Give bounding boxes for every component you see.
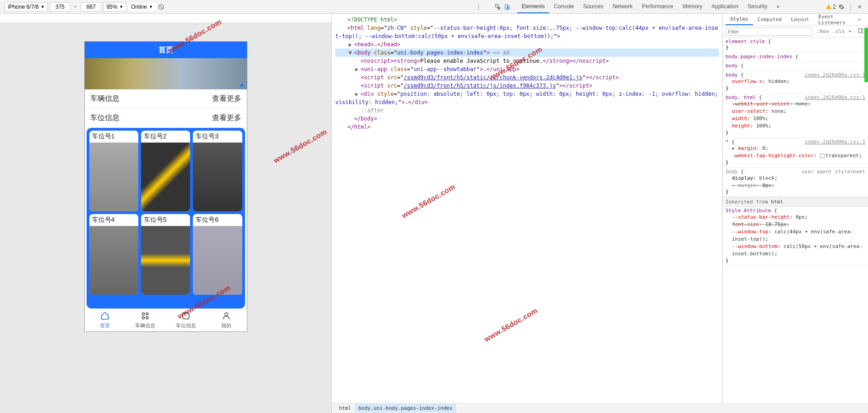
more-icon[interactable]: ⋮: [475, 3, 482, 11]
elements-line[interactable]: ::after: [335, 106, 719, 115]
card-image: [89, 143, 138, 211]
svg-rect-13: [859, 29, 863, 33]
devtools-more-icon[interactable]: ⋮: [847, 3, 854, 11]
tab-icon: [222, 311, 231, 321]
elements-line[interactable]: <script src="/ssmd9cd3/front/h5/static/j…: [335, 82, 719, 90]
styles-tab-layout[interactable]: Layout: [786, 14, 814, 25]
app-banner[interactable]: [85, 58, 247, 89]
tab-item[interactable]: 我的: [206, 309, 247, 331]
device-width-input[interactable]: [49, 2, 70, 11]
css-rule[interactable]: body {index.2d26d90a.css:1overflow-x: hi…: [723, 71, 868, 94]
device-mode-icon[interactable]: [503, 3, 511, 11]
card-image: [89, 226, 138, 295]
tab-item[interactable]: 首页: [85, 309, 126, 331]
devtools-tab-overflow-icon[interactable]: »: [772, 0, 784, 13]
inspect-icon[interactable]: [494, 3, 502, 11]
elements-line[interactable]: </html>: [335, 123, 719, 131]
device-height-input[interactable]: [81, 2, 101, 11]
styles-filter-input[interactable]: [726, 28, 812, 36]
toggle-sidebar-icon[interactable]: [856, 27, 865, 36]
parking-card[interactable]: 车位号4: [89, 214, 138, 295]
styles-tool[interactable]: .cls: [831, 28, 847, 35]
elements-line[interactable]: <!DOCTYPE html>: [335, 16, 719, 24]
devtools-tab-network[interactable]: Network: [608, 0, 637, 13]
elements-line[interactable]: <script src="/ssmd9cd3/front/h5/static/j…: [335, 73, 719, 82]
dimension-separator: ×: [74, 4, 77, 10]
section-title: 车位信息: [90, 113, 120, 123]
devtools-tab-memory[interactable]: Memory: [678, 0, 707, 13]
tab-item[interactable]: 车位信息: [166, 309, 207, 331]
devtools-tab-sources[interactable]: Sources: [579, 0, 608, 13]
app-header: 首页: [85, 42, 247, 58]
card-title: 车位号4: [89, 214, 138, 226]
tab-icon: [100, 311, 109, 321]
css-rule[interactable]: body, html {index.2d26d90a.css:1-webkit-…: [723, 94, 868, 138]
elements-line[interactable]: <html lang="zh-CN" style="--status-bar-h…: [335, 24, 719, 40]
section-row[interactable]: 车辆信息查看更多: [85, 89, 247, 109]
section-title: 车辆信息: [90, 94, 120, 104]
css-rule[interactable]: body {</span></div><div class="props"><d…: [723, 62, 868, 71]
devtools-tab-console[interactable]: Console: [549, 0, 579, 13]
close-devtools-icon[interactable]: ✕: [856, 3, 863, 11]
svg-point-6: [146, 313, 148, 315]
settings-gear-icon[interactable]: [838, 3, 845, 11]
css-rule[interactable]: element.style {}: [723, 38, 868, 53]
elements-line[interactable]: </body>: [335, 115, 719, 123]
elements-line[interactable]: <noscript><strong>Please enable JavaScri…: [335, 57, 719, 65]
parking-card[interactable]: 车位号2: [141, 131, 190, 211]
styles-body[interactable]: element.style {}body.pages-index-index {…: [723, 38, 868, 403]
card-image: [141, 226, 190, 295]
svg-rect-9: [183, 313, 189, 319]
card-title: 车位号2: [141, 131, 190, 143]
elements-line[interactable]: ▶<head>…</head>: [335, 40, 719, 49]
parking-card[interactable]: 车位号1: [89, 131, 138, 211]
section-more[interactable]: 查看更多: [212, 94, 241, 104]
elements-line[interactable]: ▼<body class="uni-body pages-index-index…: [335, 49, 719, 57]
zoom-selector[interactable]: 95% ▼: [103, 2, 126, 11]
card-image: [141, 143, 190, 211]
css-rule[interactable]: Style Attribute {--status-bar-height: 0p…: [723, 207, 868, 266]
tab-label: 首页: [100, 322, 110, 329]
tab-item[interactable]: 车辆信息: [125, 309, 166, 331]
device-toolbar: iPhone 6/7/8 ▼ × 95% ▼ Online ▼ ⋮ Elemen…: [0, 0, 868, 14]
elements-line[interactable]: ▶<uni-app class="uni-app--showtabbar">…<…: [335, 65, 719, 73]
tab-bar: 首页车辆信息车位信息我的: [85, 308, 247, 331]
styles-tabs: StylesComputedLayoutEvent Listeners»: [723, 14, 868, 26]
styles-tab-styles[interactable]: Styles: [726, 14, 753, 25]
styles-tab-overflow-icon[interactable]: »: [853, 14, 865, 25]
elements-line[interactable]: ▶<div style="position: absolute; left: 0…: [335, 90, 719, 106]
devtools-tab-security[interactable]: Security: [743, 0, 772, 13]
devtools-tab-application[interactable]: Application: [707, 0, 743, 13]
css-rule[interactable]: * {index.2d26d90a.css:1▸ margin: 0;-webk…: [723, 138, 868, 168]
breadcrumb-item[interactable]: body.uni-body.pages-index-index: [355, 404, 456, 413]
elements-breadcrumb[interactable]: htmlbody.uni-body.pages-index-index: [332, 403, 868, 413]
styles-tool[interactable]: :hov: [815, 28, 831, 35]
breadcrumb-item[interactable]: html: [335, 404, 355, 413]
parking-card[interactable]: 车位号6: [193, 214, 242, 295]
ruler: [0, 14, 331, 23]
scroll-indicator: [864, 28, 868, 83]
styles-tab-computed[interactable]: Computed: [753, 14, 786, 25]
elements-tree[interactable]: <!DOCTYPE html> <html lang="zh-CN" style…: [332, 14, 722, 403]
styles-tool[interactable]: +: [846, 28, 853, 35]
css-rule[interactable]: body.pages-index-index {</span></div><di…: [723, 53, 868, 62]
tab-label: 车位信息: [176, 322, 196, 329]
devtools-panel: <!DOCTYPE html> <html lang="zh-CN" style…: [332, 14, 868, 413]
svg-line-1: [159, 5, 163, 9]
section-more[interactable]: 查看更多: [212, 113, 241, 123]
devtools-tab-elements[interactable]: Elements: [517, 0, 549, 13]
parking-card[interactable]: 车位号3: [193, 131, 242, 211]
parking-card[interactable]: 车位号5: [141, 214, 190, 295]
devtools-tab-performance[interactable]: Performance: [637, 0, 678, 13]
device-panel: 首页 车辆信息查看更多车位信息查看更多 车位号1车位号2车位号3车位号4车位号5…: [0, 14, 332, 413]
svg-point-7: [142, 317, 145, 319]
throttle-selector[interactable]: Online ▼: [128, 3, 156, 11]
device-selector[interactable]: iPhone 6/7/8 ▼: [5, 2, 48, 11]
section-row[interactable]: 车位信息查看更多: [85, 109, 247, 128]
css-rule[interactable]: body {user agent stylesheetdisplay: bloc…: [723, 168, 868, 198]
styles-panel: StylesComputedLayoutEvent Listeners» :ho…: [722, 14, 868, 403]
rotate-icon[interactable]: [158, 3, 165, 11]
card-title: 车位号1: [89, 131, 138, 143]
card-title: 车位号3: [193, 131, 242, 143]
warning-badge[interactable]: 2: [825, 4, 836, 10]
